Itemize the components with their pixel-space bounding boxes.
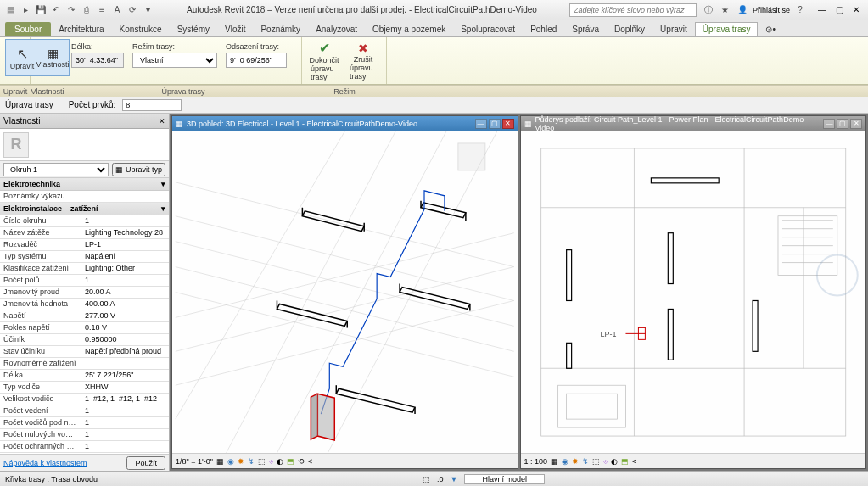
login-link[interactable]: Přihlásit se [753, 6, 790, 14]
vc-icon[interactable]: ▦ [216, 457, 224, 466]
view-max-button[interactable]: ▢ [837, 119, 848, 129]
text-icon[interactable]: A [110, 3, 124, 17]
prop-row[interactable]: RozvaděčLP-1 [0, 239, 169, 251]
prop-row[interactable]: Počet nulových vodičů1 [0, 429, 169, 441]
vc-icon[interactable]: ⟐ [603, 457, 608, 466]
edit-type-button[interactable]: ▦ Upravit typ [112, 163, 165, 176]
prop-row[interactable]: Počet vedení1 [0, 405, 169, 417]
close-button[interactable]: ✕ [848, 3, 865, 17]
vc-icon[interactable]: ⬚ [592, 457, 600, 466]
tab-file[interactable]: Soubor [5, 22, 51, 36]
tab-systemy[interactable]: Systémy [170, 22, 217, 36]
odsazeni-field[interactable] [226, 53, 287, 68]
view-plan-titlebar[interactable]: ▦ Půdorys podlaží: Circuit Path_Level 1 … [521, 116, 866, 131]
open-icon[interactable]: ▸ [19, 3, 32, 17]
pin-icon[interactable]: ✕ [159, 117, 165, 126]
vc-icon[interactable]: ⬒ [287, 457, 294, 466]
prop-row[interactable]: Poznámky výkazu okruhu [0, 191, 169, 203]
tab-sprava[interactable]: Správa [564, 22, 607, 36]
prop-row[interactable]: Délka25' 7 221/256" [0, 370, 169, 382]
help-icon[interactable]: ? [793, 3, 807, 17]
undo-icon[interactable]: ↶ [49, 3, 63, 17]
prop-row[interactable]: Účiník0.950000 [0, 334, 169, 346]
tab-uprava-trasy[interactable]: Úprava trasy [695, 22, 759, 36]
tab-poznamky[interactable]: Poznámky [253, 22, 308, 36]
vc-icon[interactable]: ◉ [227, 457, 234, 466]
tab-objemy[interactable]: Objemy a pozemek [365, 22, 453, 36]
prop-row[interactable]: Klasifikace zatíženíLighting: Other [0, 263, 169, 275]
scale-3d[interactable]: 1/8" = 1'-0" [176, 457, 213, 466]
vc-icon[interactable]: ◉ [562, 457, 568, 466]
vc-icon[interactable]: < [632, 457, 636, 466]
pocet-field[interactable] [122, 99, 182, 111]
view-close-button[interactable]: ✕ [850, 119, 862, 129]
prop-row[interactable]: Počet ochranných vodičů1 [0, 441, 169, 453]
tab-vlozit[interactable]: Vložit [217, 22, 253, 36]
vc-icon[interactable]: ⬚ [258, 457, 266, 466]
properties-header[interactable]: Vlastnosti ✕ [0, 114, 169, 129]
tab-konstrukce[interactable]: Konstrukce [112, 22, 170, 36]
view-max-button[interactable]: ▢ [489, 119, 501, 129]
prop-row[interactable]: Napětí277.00 V [0, 310, 169, 322]
settings-icon[interactable]: ▾ [141, 3, 154, 17]
properties-help-link[interactable]: Nápověda k vlastnostem [3, 459, 87, 467]
prop-row[interactable]: Název zátěžeLighting Technology 28 [0, 227, 169, 239]
scale-plan[interactable]: 1 : 100 [524, 457, 548, 466]
prop-row[interactable]: Počet vodičů pod napětím1 [0, 417, 169, 429]
view-3d-titlebar[interactable]: ▦ 3D pohled: 3D Electrical - Level 1 - E… [172, 116, 518, 131]
maximize-button[interactable]: ▢ [831, 3, 848, 17]
apply-button[interactable]: Použít [126, 456, 165, 470]
prop-row[interactable]: Pokles napětí0.18 V [0, 322, 169, 334]
status-filter-icon[interactable]: ▼ [451, 475, 458, 483]
prop-section-header[interactable]: Elektroinstalace – zatížení▾ [0, 203, 169, 215]
user-icon[interactable]: 👤 [736, 3, 749, 17]
save-icon[interactable]: 💾 [34, 3, 48, 17]
view-close-button[interactable]: ✕ [502, 119, 514, 129]
vc-icon[interactable]: ✹ [238, 457, 244, 466]
tab-architektura[interactable]: Architektura [51, 22, 111, 36]
prop-row[interactable]: Typ systémuNapájení [0, 251, 169, 263]
vc-icon[interactable]: ⟲ [298, 457, 305, 466]
vc-icon[interactable]: ▦ [551, 457, 558, 466]
prop-section-header[interactable]: Elektrotechnika▾ [0, 178, 169, 191]
redo-icon[interactable]: ↷ [64, 3, 78, 17]
vc-icon[interactable]: < [308, 457, 312, 466]
info-icon[interactable]: ⓘ [702, 3, 715, 17]
prop-row[interactable]: Počet pólů1 [0, 275, 169, 287]
view-min-button[interactable]: — [823, 119, 835, 129]
view-3d-canvas[interactable] [172, 131, 518, 453]
prop-row[interactable]: Jmenovitá hodnota400.00 A [0, 299, 169, 310]
search-input[interactable] [569, 3, 697, 17]
view-plan-canvas[interactable]: LP-1 [521, 131, 866, 453]
star-icon[interactable]: ★ [719, 3, 732, 17]
tab-upravit[interactable]: Upravit [652, 22, 695, 36]
tab-spolupracovat[interactable]: Spolupracovat [453, 22, 523, 36]
print-icon[interactable]: ⎙ [80, 3, 93, 17]
minimize-button[interactable]: — [814, 3, 831, 17]
home-icon[interactable]: ▤ [3, 3, 17, 17]
properties-grid[interactable]: Elektrotechnika▾Poznámky výkazu okruhuEl… [0, 178, 169, 454]
vc-icon[interactable]: ⬒ [621, 457, 629, 466]
view-min-button[interactable]: — [475, 119, 487, 129]
vc-icon[interactable]: ⟐ [269, 457, 273, 466]
vc-icon[interactable]: ◐ [611, 457, 618, 466]
prop-row[interactable]: Velikost vodiče1–#12, 1–#12, 1–#12 [0, 394, 169, 405]
zrusit-button[interactable]: ✖ Zrušit úpravu trasy [346, 42, 380, 80]
rezim-select[interactable]: Vlastní [132, 53, 217, 68]
dokoncit-button[interactable]: ✔ Dokončit úpravu trasy [307, 42, 341, 80]
vc-icon[interactable]: ✹ [572, 457, 579, 466]
sync-icon[interactable]: ⟳ [126, 3, 139, 17]
tab-doplnky[interactable]: Doplňky [607, 22, 652, 36]
tab-pohled[interactable]: Pohled [523, 22, 564, 36]
prop-row[interactable]: Číslo okruhu1 [0, 215, 169, 227]
tab-analyzovat[interactable]: Analyzovat [308, 22, 365, 36]
vc-icon[interactable]: ↯ [248, 457, 255, 466]
prop-row[interactable]: Typ vodičeXHHW [0, 382, 169, 394]
type-selector[interactable]: Okruh 1 [3, 163, 109, 176]
status-model[interactable]: Hlavní model [464, 474, 545, 484]
prop-row[interactable]: Jmenovitý proud20.00 A [0, 287, 169, 299]
prop-row[interactable]: Rovnoměrné zatížení [0, 358, 169, 370]
tab-extra[interactable]: ⊙• [758, 22, 783, 36]
prop-row[interactable]: Stav účiníkuNapětí předbíhá proud [0, 346, 169, 358]
vc-icon[interactable]: ↯ [582, 457, 589, 466]
